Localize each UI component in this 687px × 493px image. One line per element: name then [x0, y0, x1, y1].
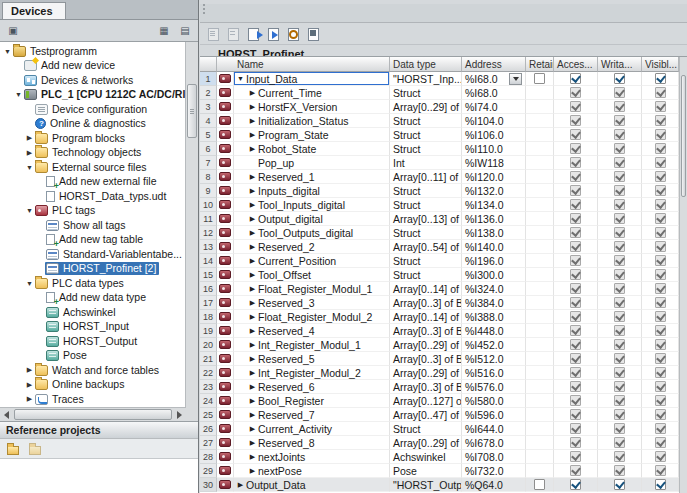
- cell-address[interactable]: %I324.0: [462, 282, 526, 296]
- cell-writable[interactable]: [598, 72, 642, 86]
- cell-writable[interactable]: [598, 296, 642, 310]
- cell-retain[interactable]: [526, 310, 554, 324]
- cell-data-type[interactable]: Struct: [390, 128, 462, 142]
- cell-retain[interactable]: [526, 240, 554, 254]
- cell-name[interactable]: ▶Tool_Outputs_digital: [234, 226, 390, 240]
- writable-checkbox[interactable]: [614, 479, 625, 490]
- tree-horizontal-scrollbar[interactable]: [0, 407, 186, 421]
- cell-accessible[interactable]: [554, 128, 598, 142]
- cell-name[interactable]: ▶Float_Register_Modul_2: [234, 310, 390, 324]
- cell-retain[interactable]: [526, 380, 554, 394]
- writable-checkbox[interactable]: [614, 87, 625, 98]
- cell-writable[interactable]: [598, 114, 642, 128]
- accessible-checkbox[interactable]: [570, 227, 581, 238]
- cell-writable[interactable]: [598, 100, 642, 114]
- cell-name[interactable]: ▶Inputs_digital: [234, 184, 390, 198]
- expand-right-icon[interactable]: ▶: [248, 467, 257, 475]
- cell-retain[interactable]: [526, 198, 554, 212]
- table-row[interactable]: 12▶Tool_Outputs_digitalStruct%I138.0: [200, 226, 680, 240]
- visible-checkbox[interactable]: [655, 381, 666, 392]
- writable-checkbox[interactable]: [614, 157, 625, 168]
- cell-name[interactable]: ▶Bool_Register: [234, 394, 390, 408]
- accessible-checkbox[interactable]: [570, 185, 581, 196]
- cell-address[interactable]: %I576.0: [462, 380, 526, 394]
- cell-accessible[interactable]: [554, 198, 598, 212]
- cell-data-type[interactable]: Pose: [390, 464, 462, 478]
- cell-visible[interactable]: [642, 72, 679, 86]
- cell-visible[interactable]: [642, 436, 679, 450]
- cell-address[interactable]: %I300.0: [462, 268, 526, 282]
- cell-name[interactable]: ▶nextJoints: [234, 450, 390, 464]
- cell-writable[interactable]: [598, 380, 642, 394]
- cell-writable[interactable]: [598, 450, 642, 464]
- cell-accessible[interactable]: [554, 436, 598, 450]
- cell-retain[interactable]: [526, 282, 554, 296]
- cell-writable[interactable]: [598, 268, 642, 282]
- cell-data-type[interactable]: Struct: [390, 142, 462, 156]
- table-row[interactable]: 30▶Output_Data"HORST_Output"%Q64.0: [200, 478, 680, 492]
- expand-down-icon[interactable]: ▼: [3, 48, 12, 55]
- expand-right-icon[interactable]: ▶: [248, 285, 257, 293]
- expand-right-icon[interactable]: ▶: [248, 103, 257, 111]
- expand-right-icon[interactable]: ▶: [236, 481, 245, 489]
- cell-retain[interactable]: [526, 478, 554, 492]
- cell-accessible[interactable]: [554, 450, 598, 464]
- visible-checkbox[interactable]: [655, 101, 666, 112]
- accessible-checkbox[interactable]: [570, 241, 581, 252]
- cell-retain[interactable]: [526, 338, 554, 352]
- cell-address[interactable]: %I512.0: [462, 352, 526, 366]
- cell-accessible[interactable]: [554, 352, 598, 366]
- tree-item-online-backups[interactable]: ▶Online backups: [0, 378, 186, 393]
- writable-checkbox[interactable]: [614, 255, 625, 266]
- visible-checkbox[interactable]: [655, 227, 666, 238]
- table-row[interactable]: 9▶Inputs_digitalStruct%I132.0: [200, 184, 680, 198]
- cell-address[interactable]: %I140.0: [462, 240, 526, 254]
- view-options-icon[interactable]: ▣: [4, 22, 22, 39]
- cell-retain[interactable]: [526, 436, 554, 450]
- cell-address[interactable]: %I452.0: [462, 338, 526, 352]
- table-row[interactable]: 27▶Reserved_8Array[0..29] of ...%I678.0: [200, 436, 680, 450]
- accessible-checkbox[interactable]: [570, 213, 581, 224]
- cell-data-type[interactable]: Array[0..3] of B...: [390, 296, 462, 310]
- cell-data-type[interactable]: Array[0..29] of ...: [390, 338, 462, 352]
- writable-checkbox[interactable]: [614, 227, 625, 238]
- cell-name[interactable]: ▶Int_Register_Modul_2: [234, 366, 390, 380]
- cell-writable[interactable]: [598, 464, 642, 478]
- cell-visible[interactable]: [642, 464, 679, 478]
- cell-retain[interactable]: [526, 324, 554, 338]
- cell-retain[interactable]: [526, 268, 554, 282]
- header-accessible[interactable]: Acces...: [554, 57, 598, 72]
- cell-writable[interactable]: [598, 128, 642, 142]
- table-row[interactable]: 1▼Input_Data"HORST_Inp...%I68.0: [200, 72, 680, 86]
- cell-visible[interactable]: [642, 226, 679, 240]
- expand-right-icon[interactable]: ▶: [248, 425, 257, 433]
- cell-visible[interactable]: [642, 170, 679, 184]
- cell-retain[interactable]: [526, 72, 554, 86]
- expand-right-icon[interactable]: ▶: [248, 411, 257, 419]
- cell-name[interactable]: ▶Current_Position: [234, 254, 390, 268]
- cell-address[interactable]: %I110.0: [462, 142, 526, 156]
- cell-retain[interactable]: [526, 408, 554, 422]
- export-icon[interactable]: [245, 26, 262, 42]
- scrollbar-thumb[interactable]: [187, 84, 197, 138]
- cell-name[interactable]: ▶Float_Register_Modul_1: [234, 282, 390, 296]
- expand-right-icon[interactable]: ▶: [25, 134, 34, 142]
- expand-down-icon[interactable]: ▼: [236, 75, 245, 82]
- accessible-checkbox[interactable]: [570, 115, 581, 126]
- visible-checkbox[interactable]: [655, 255, 666, 266]
- tree-item-horst-profinet-2[interactable]: HORST_Profinet [2]: [0, 262, 186, 277]
- cell-writable[interactable]: [598, 156, 642, 170]
- visible-checkbox[interactable]: [655, 297, 666, 308]
- table-row[interactable]: 10▶Tool_Inputs_digitalStruct%I134.0: [200, 198, 680, 212]
- accessible-checkbox[interactable]: [570, 87, 581, 98]
- accessible-checkbox[interactable]: [570, 143, 581, 154]
- cell-accessible[interactable]: [554, 240, 598, 254]
- expand-down-icon[interactable]: ▼: [25, 207, 34, 214]
- cell-data-type[interactable]: Struct: [390, 114, 462, 128]
- tree-item-horst-input[interactable]: HORST_Input: [0, 320, 186, 335]
- header-visible[interactable]: Visibl...: [642, 57, 679, 72]
- visible-checkbox[interactable]: [655, 171, 666, 182]
- cell-address[interactable]: %I384.0: [462, 296, 526, 310]
- cell-data-type[interactable]: Array[0..11] of ...: [390, 170, 462, 184]
- cell-writable[interactable]: [598, 394, 642, 408]
